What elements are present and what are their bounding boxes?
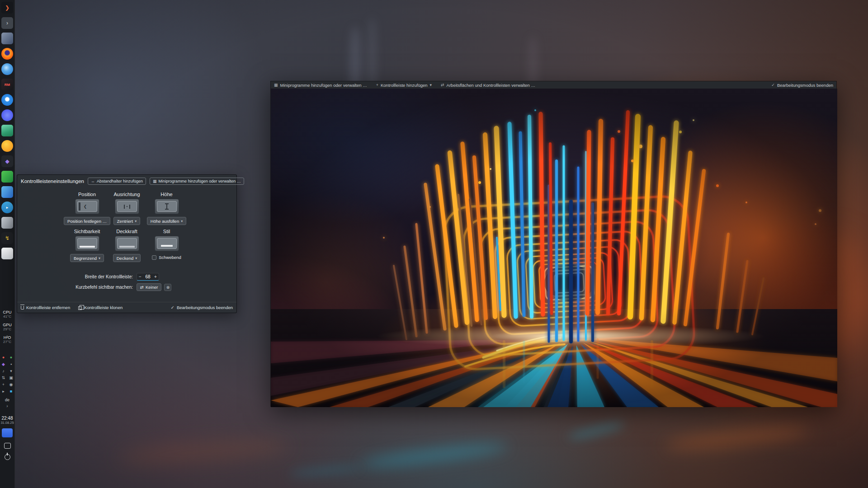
visibility-dropdown[interactable]: Begrenzend ▾ — [70, 254, 104, 262]
opacity-label: Deckkraft — [116, 229, 137, 234]
position-section: Position ❮ Position festlegen … — [67, 192, 107, 225]
shortcut-icon: ⇄ — [140, 285, 144, 290]
spacer-icon: ↔ — [91, 179, 95, 183]
alignment-dropdown[interactable]: Zentriert ▾ — [113, 217, 140, 225]
height-dropdown[interactable]: Höhe ausfüllen ▾ — [147, 217, 186, 225]
app-launcher-icon[interactable]: ❯ — [1, 2, 13, 14]
file-manager-icon[interactable] — [1, 33, 13, 44]
active-app-indicator[interactable] — [2, 428, 13, 437]
panel-width-value[interactable]: 68 — [143, 274, 152, 279]
height-section: Höhe Höhe ausfüllen ▾ — [147, 192, 187, 225]
discord-icon[interactable] — [1, 109, 13, 121]
shortcut-row: Kurzbefehl sichtbar machen: ⇄ Keiner ⊗ — [17, 283, 236, 291]
monitor-item: CPU 41°C — [3, 310, 12, 319]
tray-icon-glyph: + — [2, 382, 5, 387]
orange-app-icon[interactable] — [1, 140, 13, 152]
desktop-edit-toolbar: ▦ Miniprogramme hinzufügen oder verwalte… — [271, 81, 836, 89]
exit-edit-mode-button[interactable]: ✓ Bearbeitungsmodus beenden — [170, 305, 233, 310]
alignment-label: Ausrichtung — [113, 192, 140, 197]
check-icon: ✓ — [771, 83, 775, 87]
green-app-icon[interactable] — [1, 171, 13, 183]
power-icon[interactable] — [5, 454, 10, 460]
opacity-dropdown[interactable]: Deckend ▾ — [113, 254, 141, 262]
tray-expander-icon[interactable]: › — [6, 404, 8, 408]
toolbar-add-widgets[interactable]: ▦ Miniprogramme hinzufügen oder verwalte… — [274, 83, 367, 88]
status-red-icon[interactable]: ● — [1, 355, 6, 360]
opacity-preview-screen — [117, 238, 137, 249]
media-player-icon[interactable]: ♪ — [1, 368, 6, 374]
volume-icon[interactable]: ◉ — [9, 382, 14, 387]
bolt-app-icon[interactable]: ↯ — [1, 232, 13, 244]
toolbar-manage-desktops[interactable]: ⇄ Arbeitsflächen und Kontrollleisten ver… — [441, 83, 535, 88]
visibility-preview — [75, 236, 99, 251]
panel-bar-icon — [119, 246, 135, 248]
increment-button[interactable]: + — [152, 273, 159, 280]
chevron-down-icon: ▾ — [181, 219, 183, 223]
chevron-down-icon: ▾ — [135, 219, 137, 223]
updates-icon[interactable]: ▾ — [9, 368, 14, 374]
position-preview: ❮ — [75, 199, 99, 214]
widgets-icon: ▦ — [274, 83, 278, 87]
dialog-footer: Kontrollleiste entfernen Kontrollleiste … — [17, 302, 236, 313]
rubymine-icon[interactable]: RM — [1, 79, 13, 90]
arrow-left-icon: ❮ — [84, 204, 87, 209]
panel-width-spinbox: − 68 + — [137, 273, 159, 281]
toolbar-exit-edit-mode[interactable]: ✓ Bearbeitungsmodus beenden — [771, 83, 833, 88]
battery-icon[interactable]: ■ — [9, 389, 14, 394]
tray-icon-glyph: ■ — [10, 389, 12, 394]
display-icon[interactable]: ▣ — [9, 375, 14, 380]
decrement-button[interactable]: − — [137, 273, 143, 280]
clone-panel-button[interactable]: Kontrollleiste klonen — [78, 305, 123, 310]
document-icon[interactable] — [1, 248, 13, 259]
clock-widget[interactable]: 22:48 31.08.25 — [0, 416, 14, 425]
remove-panel-button[interactable]: Kontrollleiste entfernen — [21, 305, 70, 310]
visibility-section: Sichtbarkeit Begrenzend ▾ — [67, 229, 107, 262]
blue-swirl-icon[interactable] — [1, 186, 13, 198]
firefox-icon[interactable] — [1, 48, 13, 60]
bluetooth-icon[interactable]: ▸ — [1, 389, 6, 394]
notifications-icon[interactable]: + — [1, 382, 6, 387]
add-widgets-button[interactable]: ▦ Miniprogramme hinzufügen oder verwalte… — [150, 178, 244, 185]
clipboard-icon[interactable]: ▪ — [9, 361, 14, 367]
shortcut-button[interactable]: ⇄ Keiner — [137, 283, 161, 291]
add-spacer-button[interactable]: ↔ Abstandhalter hinzufügen — [88, 178, 146, 185]
clone-panel-label: Kontrollleiste klonen — [84, 305, 123, 310]
app-icon-glyph: › — [6, 20, 8, 26]
monitor-value: 27°C — [3, 340, 12, 344]
shortcut-reset-button[interactable]: ⊗ — [164, 284, 171, 291]
opacity-preview — [115, 236, 139, 251]
style-preview-screen — [157, 238, 177, 249]
position-dropdown[interactable]: Position festlegen … — [64, 217, 110, 225]
gallery-icon[interactable] — [1, 125, 13, 136]
keyboard-layout-indicator[interactable]: de — [5, 398, 9, 402]
plus-icon: + — [376, 83, 378, 87]
browser-blue-icon[interactable] — [1, 63, 13, 75]
cube-app-icon[interactable]: ◆ — [1, 155, 13, 167]
taskbar-launchers: ❯ › RM — [1, 0, 13, 259]
tray-icon-glyph: ▪ — [10, 362, 12, 366]
network-icon[interactable]: ⇅ — [1, 375, 6, 380]
toolbar-add-widgets-label: Miniprogramme hinzufügen oder verwalten … — [280, 83, 367, 88]
shortcut-label: Kurzbefehl sichtbar machen: — [17, 285, 137, 290]
monitor-label: H²O — [3, 335, 12, 340]
height-ibeam-icon — [166, 203, 167, 210]
screenshot-app-icon[interactable] — [1, 217, 13, 229]
monitor-value: 41°C — [3, 314, 12, 319]
panel-bar-icon — [80, 246, 95, 248]
trash-icon — [21, 306, 24, 310]
kdeconnect-icon[interactable]: ◆ — [1, 361, 6, 367]
monitor-label: GPU — [3, 323, 12, 327]
show-desktop-icon[interactable] — [4, 443, 11, 449]
status-green-icon[interactable]: ● — [9, 355, 14, 360]
app-icon-glyph: ❯ — [5, 5, 9, 11]
position-label: Position — [78, 192, 96, 197]
toolbar-add-panel[interactable]: + Kontrollleiste hinzufügen ▾ — [376, 83, 432, 88]
messenger-blue-icon[interactable] — [1, 94, 13, 106]
tray-icon-glyph: ▣ — [9, 375, 13, 380]
floating-checkbox[interactable] — [152, 255, 156, 260]
panel-expand-icon[interactable]: › — [1, 17, 13, 29]
telegram-icon[interactable]: ▸ — [1, 202, 13, 213]
shortcut-value: Keiner — [146, 285, 158, 290]
alignment-section: Ausrichtung Zentriert ▾ — [107, 192, 147, 225]
alignment-preview — [115, 199, 139, 214]
